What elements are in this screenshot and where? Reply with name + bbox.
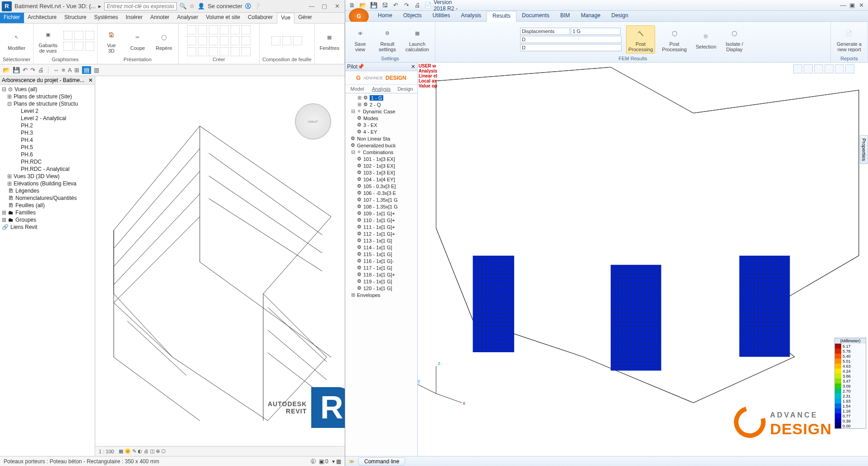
print-icon[interactable]: 🖨 bbox=[38, 67, 44, 73]
tab-utilities[interactable]: Utilities bbox=[427, 11, 456, 21]
command-line-button[interactable]: Command line bbox=[358, 457, 405, 466]
save-icon[interactable]: 💾 bbox=[13, 67, 20, 73]
project-tree[interactable]: ⊟⊙ Vues (all) ⊞Plans de structure (Site)… bbox=[0, 85, 95, 456]
ad-close-icon[interactable]: ✕ bbox=[857, 1, 865, 10]
tab-analysis[interactable]: Analysis bbox=[455, 11, 487, 21]
postprocessing-button[interactable]: 🔨Post Processing bbox=[626, 25, 655, 53]
report-button[interactable]: 📄Generate a new report bbox=[834, 25, 864, 53]
signin-label[interactable]: Se connecter bbox=[207, 3, 242, 10]
search-icon[interactable]: 🔍 bbox=[179, 3, 187, 10]
revit-3d-view[interactable]: HAUT AUTODESKREVIT R bbox=[95, 76, 345, 446]
tab-vue[interactable]: Vue bbox=[277, 13, 294, 24]
create-tools[interactable] bbox=[187, 25, 251, 56]
tab-results[interactable]: Results bbox=[487, 11, 516, 22]
result-settings-button[interactable]: ⚙Result settings bbox=[376, 25, 399, 53]
tab-systemes[interactable]: Systèmes bbox=[91, 13, 122, 23]
tab-analyser[interactable]: Analyser bbox=[174, 13, 203, 23]
search-input[interactable] bbox=[104, 2, 177, 10]
ad-minimize-icon[interactable]: ― bbox=[839, 1, 847, 10]
view-control-bar[interactable]: 1 : 100 ▦ 🌞 ✎ ◐ 🖨 ◫ ⊕ ⬡ bbox=[95, 446, 345, 456]
save-icon[interactable]: 💾 bbox=[370, 1, 378, 10]
signin-icon[interactable]: 👤 bbox=[198, 3, 205, 10]
dir1-dd[interactable]: D bbox=[520, 36, 622, 43]
help-icon[interactable]: ❔ bbox=[254, 3, 261, 10]
combo-item[interactable]: ⚙ 113 - 1x[1 G] bbox=[346, 237, 416, 244]
redo-icon[interactable]: ↷ bbox=[30, 67, 35, 73]
combo-item[interactable]: ⚙ 111 - 1x[1 G]+ bbox=[346, 223, 416, 230]
open-icon[interactable]: 📂 bbox=[3, 67, 10, 73]
coupe-button[interactable]: ✂Coupe bbox=[126, 29, 149, 52]
selection-button[interactable]: ◎Selection bbox=[694, 28, 719, 51]
properties-tab[interactable]: Properties bbox=[860, 135, 868, 164]
postprocessing2-button[interactable]: ◯Post Processing bbox=[660, 25, 689, 53]
tab-structure[interactable]: Structure bbox=[61, 13, 91, 23]
filter-icon[interactable]: ▾ ▦ bbox=[332, 458, 341, 465]
doc-icon[interactable]: 📄 bbox=[424, 1, 432, 10]
align-icon[interactable]: ≡ bbox=[62, 67, 65, 73]
save-view-button[interactable]: 👁Save view bbox=[349, 25, 371, 53]
combo-item[interactable]: ⚙ 104 - 1x[4 EY] bbox=[346, 176, 416, 183]
result-type-dd[interactable]: Displacements bbox=[520, 28, 570, 35]
minimize-icon[interactable]: ― bbox=[306, 3, 318, 10]
exchange-icon[interactable]: Ⓧ bbox=[245, 2, 251, 10]
isolate-button[interactable]: ◯Isolate / Display bbox=[723, 25, 746, 53]
text-icon[interactable]: A bbox=[68, 67, 72, 73]
combo-item[interactable]: ⚙ 108 - 1.35x[1 G bbox=[346, 203, 416, 210]
combo-item[interactable]: ⚙ 120 - 1x[1 G] bbox=[346, 285, 416, 291]
viewcube[interactable]: HAUT bbox=[295, 103, 331, 140]
launch-calc-button[interactable]: ▦Launch calculation bbox=[403, 25, 431, 53]
vue3d-button[interactable]: 🏠Vue 3D bbox=[100, 27, 123, 55]
tab-manage[interactable]: Manage bbox=[575, 11, 606, 21]
print-icon[interactable]: 🖨 bbox=[413, 1, 421, 10]
tag-icon[interactable]: ▤ bbox=[82, 66, 91, 74]
undo-icon[interactable]: ↶ bbox=[391, 1, 400, 10]
modify-button[interactable]: ↖Modifier bbox=[5, 29, 28, 52]
redo-icon[interactable]: ↷ bbox=[402, 1, 410, 10]
fenetres-button[interactable]: ▦Fenêtres bbox=[318, 29, 342, 52]
combo-item[interactable]: ⚙ 116 - 1x[1 G]- bbox=[346, 257, 416, 264]
new-icon[interactable]: 🗎 bbox=[348, 1, 356, 10]
tab-bim[interactable]: BIM bbox=[555, 11, 575, 21]
combo-item[interactable]: ⚙ 105 - 0.3x[3 E] bbox=[346, 183, 416, 189]
tab-documents[interactable]: Documents bbox=[516, 11, 555, 21]
sheet-tools[interactable] bbox=[271, 36, 302, 45]
pilot-tab-analysis[interactable]: Analysis bbox=[369, 85, 393, 93]
measure-icon[interactable]: ↔ bbox=[53, 67, 59, 73]
undo-icon[interactable]: ↶ bbox=[23, 67, 28, 73]
combo-item[interactable]: ⚙ 114 - 1x[1 G] bbox=[346, 244, 416, 251]
tool-icon[interactable]: ▥ bbox=[94, 67, 99, 73]
combo-item[interactable]: ⚙ 118 - 1x[1 G]+ bbox=[346, 271, 416, 278]
combo-item[interactable]: ⚙ 102 - 1x[3 EX] bbox=[346, 162, 416, 169]
pilot-tree[interactable]: ⊞⚙ 1 - G ⊞⚙ 2 - Q ⊟✧ Dynamic Case ⚙ Mode… bbox=[345, 93, 417, 456]
dim-icon[interactable]: ⊞ bbox=[74, 67, 79, 73]
combo-item[interactable]: ⚙ 119 - 1x[1 G] bbox=[346, 278, 416, 285]
star-icon[interactable]: ☆ bbox=[189, 3, 195, 10]
saveall-icon[interactable]: 🖫 bbox=[381, 1, 389, 10]
browser-close-icon[interactable]: ✕ bbox=[88, 77, 93, 83]
gabarits-button[interactable]: ▣Gabarits de vues bbox=[36, 27, 60, 55]
ad-restore-icon[interactable]: ▣ bbox=[848, 1, 856, 10]
tab-fichier[interactable]: Fichier bbox=[0, 13, 24, 23]
combo-item[interactable]: ⚙ 103 - 1x[3 EX] bbox=[346, 169, 416, 176]
tab-gerer[interactable]: Gérer bbox=[294, 13, 316, 23]
dir2-dd[interactable]: D bbox=[520, 44, 622, 51]
combo-item[interactable]: ⚙ 110 - 1x[1 G]+ bbox=[346, 217, 416, 223]
pilot-pin-icon[interactable]: 📌 bbox=[357, 63, 364, 70]
pilot-tab-design[interactable]: Design bbox=[393, 85, 417, 93]
combo-item[interactable]: ⚙ 101 - 1x[3 EX] bbox=[346, 155, 416, 162]
combo-item[interactable]: ⚙ 117 - 1x[1 G] bbox=[346, 264, 416, 271]
pilot-tab-model[interactable]: Model bbox=[345, 85, 369, 93]
tab-volume[interactable]: Volume et site bbox=[203, 13, 244, 23]
combo-item[interactable]: ⚙ 106 - -0.3x[3 E bbox=[346, 189, 416, 196]
graphisme-tools[interactable] bbox=[63, 31, 94, 51]
repere-button[interactable]: ◯Repère bbox=[153, 29, 175, 52]
tab-inserer[interactable]: Insérer bbox=[122, 13, 146, 23]
scale[interactable]: 1 : 100 bbox=[99, 449, 114, 454]
tab-objects[interactable]: Objects bbox=[398, 11, 427, 21]
ad-3d-view[interactable]: USER wAnalysis Linear elLocal axValue op bbox=[418, 63, 868, 456]
tab-architecture[interactable]: Architecture bbox=[24, 13, 61, 23]
tab-design[interactable]: Design bbox=[606, 11, 634, 21]
combo-item[interactable]: ⚙ 112 - 1x[1 G]+ bbox=[346, 230, 416, 237]
tab-annoter[interactable]: Annoter bbox=[147, 13, 174, 23]
tab-collaborer[interactable]: Collaborer bbox=[244, 13, 277, 23]
